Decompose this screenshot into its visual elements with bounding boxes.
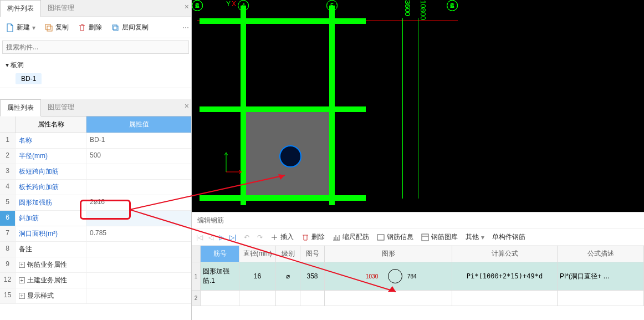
prop-row[interactable]: 4板长跨向加筋 [0, 180, 191, 195]
rebar-lib-button[interactable]: 钢筋图库 [421, 232, 458, 242]
svg-rect-3 [114, 26, 118, 31]
svg-rect-0 [45, 24, 50, 29]
col-shape[interactable]: 图形 [325, 246, 452, 262]
col-prop-name: 属性名称 [16, 116, 86, 133]
insert-icon [270, 233, 278, 241]
library-icon [421, 233, 429, 241]
new-button[interactable]: 新建▾ [2, 21, 39, 34]
scale-rebar-button[interactable]: 缩尺配筋 [333, 232, 369, 242]
col-prop-value: 属性值 [86, 116, 191, 133]
rebar-info-button[interactable]: 钢筋信息 [377, 232, 413, 242]
grid-bubble: A [192, 0, 203, 11]
tree-item-bd1[interactable]: BD-1 [16, 73, 42, 84]
more-icon[interactable]: ⋯ [182, 24, 189, 32]
nav-first-icon[interactable]: |◁ [196, 233, 203, 241]
close-icon[interactable]: × [185, 2, 189, 11]
axis-y-label: Y [226, 0, 231, 8]
col-diameter[interactable]: 直径(mm) [239, 246, 276, 262]
new-file-icon [6, 23, 14, 32]
tree-root[interactable]: ▾ 板洞 [6, 59, 186, 71]
layers-icon [111, 23, 120, 32]
dim-label: 10800 [419, 0, 427, 20]
canvas-viewport[interactable]: 4 5 C B A C B A 4 5 3600 10800 3600 Y X [192, 0, 644, 212]
trash-icon [301, 233, 309, 241]
other-dropdown[interactable]: 其他▾ [466, 232, 484, 242]
tab-prop-list[interactable]: 属性列表 [0, 99, 41, 116]
svg-rect-4 [377, 235, 384, 240]
col-rebar-id[interactable]: 筋号 [201, 246, 239, 262]
delete-rebar-button[interactable]: 删除 [301, 232, 325, 242]
rebar-row[interactable]: 1 圆形加强筋.1 16 ⌀ 358 1030 784 Pi*(1000+2*1… [192, 262, 644, 291]
prop-row[interactable]: 2半径(mm)500 [0, 149, 191, 164]
col-grade[interactable]: 级别 [276, 246, 300, 262]
tab-component-list[interactable]: 构件列表 [0, 0, 41, 17]
prop-row[interactable]: 9+钢筋业务属性 [0, 257, 191, 273]
rebar-shape-graphic: 1030 784 [327, 268, 449, 285]
prop-row[interactable]: 7洞口面积(m²)0.785 [0, 226, 191, 242]
copy-icon [44, 23, 53, 32]
trash-icon [78, 23, 86, 32]
delete-button[interactable]: 删除 [74, 21, 105, 34]
prop-row[interactable]: 12+土建业务属性 [0, 273, 191, 288]
col-shape-code[interactable]: 图号 [300, 246, 325, 262]
single-rebar-button[interactable]: 单构件钢筋 [492, 232, 525, 242]
rebar-row[interactable]: 2 [192, 291, 644, 306]
info-icon [377, 233, 385, 241]
tab-layer-mgmt[interactable]: 图层管理 [41, 99, 81, 116]
ucs-icon [221, 150, 243, 177]
editor-title: 编辑钢筋 [192, 212, 644, 229]
undo-icon[interactable]: ↶ [244, 233, 249, 241]
svg-rect-2 [113, 25, 117, 29]
grid-bubble: A [447, 0, 458, 11]
prop-row[interactable]: 5圆形加强筋2⌀16 [0, 195, 191, 211]
grid-bubble: 5 [326, 0, 338, 11]
col-formula[interactable]: 计算公式 [452, 246, 558, 262]
search-input[interactable] [2, 40, 189, 54]
prop-row[interactable]: 6斜加筋 [0, 211, 191, 226]
col-desc[interactable]: 公式描述 [558, 246, 644, 262]
prop-row[interactable]: 15+显示样式 [0, 288, 191, 304]
redo-icon[interactable]: ↷ [257, 233, 263, 241]
axis-x-label: X [232, 0, 236, 8]
prop-row[interactable]: 3板短跨向加筋 [0, 164, 191, 180]
nav-last-icon[interactable]: ▷| [229, 233, 236, 241]
tab-drawing-mgmt[interactable]: 图纸管理 [41, 0, 81, 17]
dim-label: 3600 [403, 0, 412, 16]
svg-rect-1 [47, 26, 52, 31]
nav-prev-icon[interactable]: ◁ [208, 233, 213, 241]
ruler-icon [333, 233, 340, 241]
close-icon[interactable]: × [185, 101, 189, 110]
prop-row[interactable]: 1名称BD-1 [0, 133, 191, 149]
grid-bubble: 4 [238, 0, 249, 11]
svg-rect-5 [422, 234, 428, 241]
prop-row[interactable]: 8备注 [0, 242, 191, 257]
insert-button[interactable]: 插入 [270, 232, 294, 242]
nav-next-icon[interactable]: ▷ [219, 233, 224, 241]
copy-button[interactable]: 复制 [41, 21, 72, 34]
layer-copy-button[interactable]: 层间复制 [108, 21, 152, 34]
